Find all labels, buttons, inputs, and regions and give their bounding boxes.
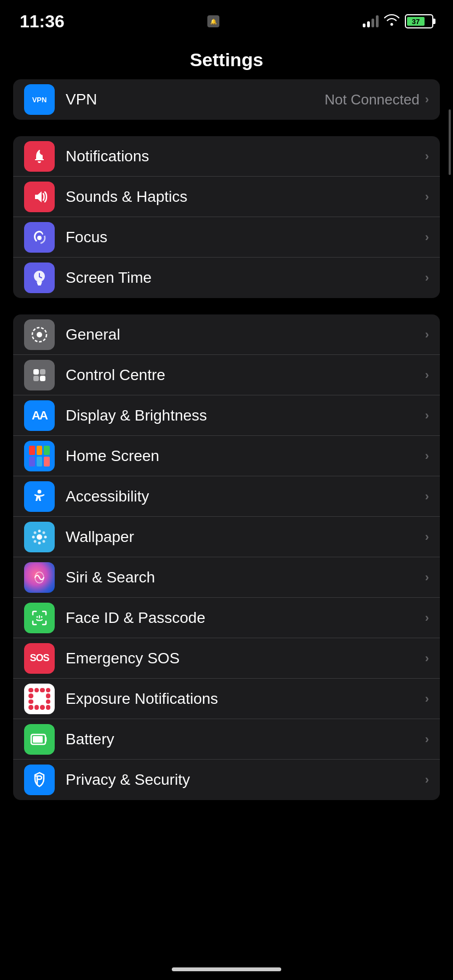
settings-row-battery[interactable]: Battery › [13, 719, 440, 760]
svg-rect-13 [33, 376, 39, 381]
emergency-label: Emergency SOS [66, 650, 425, 667]
settings-row-homescreen[interactable]: Home Screen › [13, 436, 440, 476]
svg-point-21 [34, 531, 37, 534]
screentime-icon [24, 262, 55, 293]
siri-icon [24, 562, 55, 593]
svg-rect-14 [40, 376, 45, 381]
exposure-icon [24, 684, 55, 714]
settings-row-notifications[interactable]: Notifications › [13, 136, 440, 177]
controlcentre-icon [24, 360, 55, 390]
settings-row-wallpaper[interactable]: Wallpaper › [13, 517, 440, 557]
section-notifications: Notifications › Sounds & Haptics › Focus… [13, 136, 440, 298]
settings-row-general[interactable]: General › [13, 314, 440, 355]
screentime-chevron: › [425, 271, 429, 285]
svg-rect-11 [33, 369, 39, 375]
scrollbar[interactable] [449, 109, 451, 175]
notification-app-icon: 🔔 [207, 15, 219, 27]
signal-icon [363, 15, 379, 27]
svg-rect-6 [38, 284, 41, 285]
general-chevron: › [425, 328, 429, 342]
accessibility-label: Accessibility [66, 488, 425, 505]
settings-row-vpn[interactable]: VPN VPN Not Connected › [13, 79, 440, 120]
page-header: Settings [0, 38, 453, 79]
focus-chevron: › [425, 230, 429, 244]
svg-point-20 [44, 535, 47, 538]
display-icon: AA [24, 400, 55, 431]
screentime-label: Screen Time [66, 269, 425, 287]
display-label: Display & Brightness [66, 407, 425, 424]
emergency-icon: SOS [24, 643, 55, 674]
svg-marker-3 [35, 191, 42, 202]
svg-point-23 [34, 540, 37, 542]
accessibility-icon [24, 481, 55, 512]
vpn-section: VPN VPN Not Connected › [13, 79, 440, 120]
svg-point-19 [32, 535, 35, 538]
privacy-label: Privacy & Security [66, 771, 425, 789]
siri-label: Siri & Search [66, 569, 425, 586]
svg-point-27 [41, 616, 43, 617]
svg-point-2 [40, 149, 45, 155]
battery-chevron: › [425, 732, 429, 746]
settings-row-emergency[interactable]: SOS Emergency SOS › [13, 638, 440, 679]
vpn-label: VPN [66, 91, 324, 108]
battery-icon: 37 [405, 14, 433, 28]
privacy-icon [24, 765, 55, 795]
wallpaper-chevron: › [425, 530, 429, 544]
svg-point-15 [38, 489, 42, 493]
homescreen-icon [24, 441, 55, 471]
settings-row-accessibility[interactable]: Accessibility › [13, 476, 440, 517]
exposure-label: Exposure Notifications [66, 690, 425, 708]
display-chevron: › [425, 409, 429, 423]
vpn-chevron: › [425, 92, 429, 107]
svg-point-24 [43, 540, 45, 542]
page-title: Settings [190, 49, 263, 70]
general-label: General [66, 326, 425, 343]
faceid-chevron: › [425, 611, 429, 625]
controlcentre-label: Control Centre [66, 366, 425, 384]
settings-row-sounds[interactable]: Sounds & Haptics › [13, 177, 440, 217]
battery-icon [24, 724, 55, 755]
notifications-chevron: › [425, 149, 429, 164]
settings-row-siri[interactable]: Siri & Search › [13, 557, 440, 598]
faceid-label: Face ID & Passcode [66, 609, 425, 627]
svg-point-9 [37, 332, 42, 337]
svg-point-18 [38, 541, 41, 544]
controlcentre-chevron: › [425, 368, 429, 382]
settings-row-controlcentre[interactable]: Control Centre › [13, 355, 440, 395]
notifications-label: Notifications [66, 148, 425, 165]
status-bar: 11:36 🔔 37 [0, 0, 453, 38]
settings-row-screentime[interactable]: Screen Time › [13, 258, 440, 298]
siri-chevron: › [425, 570, 429, 585]
status-time: 11:36 [20, 11, 65, 32]
wallpaper-label: Wallpaper [66, 528, 425, 546]
svg-point-16 [37, 534, 42, 540]
sounds-label: Sounds & Haptics [66, 188, 425, 206]
homescreen-label: Home Screen [66, 447, 425, 465]
svg-point-26 [37, 616, 38, 617]
svg-point-17 [38, 529, 41, 532]
vpn-icon: VPN [24, 84, 55, 115]
svg-rect-12 [40, 369, 45, 375]
vpn-value: Not Connected [324, 91, 419, 108]
sounds-icon [24, 182, 55, 212]
battery-label: Battery [66, 731, 425, 748]
settings-row-focus[interactable]: Focus › [13, 217, 440, 258]
settings-row-faceid[interactable]: Face ID & Passcode › [13, 598, 440, 638]
privacy-chevron: › [425, 773, 429, 787]
wallpaper-icon [24, 522, 55, 552]
section-general: General › Control Centre › AA Display & … [13, 314, 440, 800]
home-indicator[interactable] [172, 967, 281, 971]
general-icon [24, 319, 55, 350]
settings-row-exposure[interactable]: Exposure Notifications › [13, 679, 440, 719]
svg-point-4 [37, 236, 42, 240]
focus-icon [24, 222, 55, 253]
status-icons: 37 [363, 14, 433, 29]
faceid-icon [24, 603, 55, 633]
notifications-icon [24, 141, 55, 172]
svg-point-22 [43, 531, 45, 534]
settings-row-display[interactable]: AA Display & Brightness › [13, 395, 440, 436]
emergency-chevron: › [425, 651, 429, 666]
homescreen-chevron: › [425, 449, 429, 463]
settings-row-privacy[interactable]: Privacy & Security › [13, 760, 440, 800]
exposure-chevron: › [425, 692, 429, 706]
